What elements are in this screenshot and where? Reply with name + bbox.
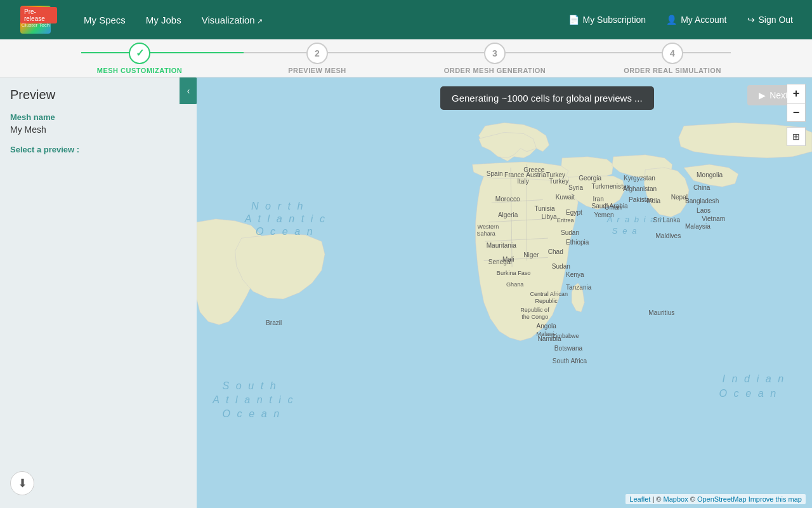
svg-text:the Congo: the Congo (521, 314, 548, 320)
svg-text:Maldives: Maldives (655, 232, 681, 239)
download-icon: ⬇ (18, 476, 27, 490)
signout-icon: ↪ (747, 15, 755, 25)
svg-text:Brazil: Brazil (266, 319, 282, 326)
svg-text:India: India (646, 197, 660, 204)
svg-text:Kyrgyzstan: Kyrgyzstan (624, 175, 655, 182)
svg-text:S e a: S e a (612, 226, 638, 236)
attribution-separator-1: | © (652, 495, 663, 503)
svg-text:Oman: Oman (605, 204, 622, 211)
svg-text:Mauritius: Mauritius (648, 309, 674, 316)
improve-map-link[interactable]: Improve this map (749, 495, 802, 503)
svg-text:Kenya: Kenya (566, 271, 584, 278)
svg-text:Tanzania: Tanzania (566, 284, 592, 291)
leaflet-link[interactable]: Leaflet (629, 495, 650, 503)
zoom-out-button[interactable]: − (787, 103, 806, 122)
select-preview-label: Select a preview : (10, 145, 187, 154)
collapse-panel-button[interactable]: ‹ (180, 77, 197, 104)
svg-text:Republic: Republic (535, 298, 558, 304)
nav-sign-out[interactable]: ↪ Sign Out (738, 11, 802, 29)
svg-text:A t l a n t i c: A t l a n t i c (244, 213, 327, 224)
svg-text:Sri Lanka: Sri Lanka (653, 217, 680, 224)
mesh-name-value: My Mesh (10, 124, 187, 135)
svg-text:Tunisia: Tunisia (534, 205, 555, 212)
svg-text:Zimbabwe: Zimbabwe (553, 333, 579, 339)
svg-text:China: China (693, 184, 710, 191)
account-icon: 👤 (666, 15, 677, 25)
preview-title: Preview (10, 88, 187, 102)
svg-text:Libya: Libya (542, 213, 558, 220)
nav-my-specs[interactable]: My Specs (76, 10, 133, 30)
map-tooltip: Generating ~1000 cells for global previe… (440, 86, 654, 110)
svg-text:I n d i a n: I n d i a n (723, 373, 786, 384)
svg-text:Botswana: Botswana (554, 345, 583, 352)
svg-text:France: France (504, 171, 525, 178)
svg-text:South Africa: South Africa (553, 358, 587, 364)
nav-links: My Specs My Jobs Visualization (76, 10, 560, 30)
svg-text:Malaysia: Malaysia (685, 223, 710, 230)
svg-text:Iran: Iran (593, 196, 603, 203)
svg-text:O c e a n: O c e a n (256, 225, 315, 237)
steps: ✓ MESH CUSTOMIZATION 2 PREVIEW MESH 3 OR… (0, 43, 812, 74)
svg-text:N o r t h: N o r t h (251, 200, 305, 211)
svg-text:Angola: Angola (537, 323, 557, 330)
svg-text:Burkina Faso: Burkina Faso (497, 270, 531, 276)
svg-text:A t l a n t i c: A t l a n t i c (212, 394, 294, 405)
step-2-circle: 2 (306, 43, 328, 64)
step-2: 2 PREVIEW MESH (254, 43, 381, 74)
svg-text:Niger: Niger (523, 251, 539, 258)
svg-text:Sudan: Sudan (561, 229, 579, 236)
svg-text:Greece: Greece (523, 166, 544, 173)
step-3-label: ORDER MESH GENERATION (444, 67, 546, 74)
logo: CPAS Cluster Tech Pre-release (10, 4, 61, 36)
nav-my-subscription[interactable]: 📄 My Subscription (560, 11, 655, 29)
stepper: ✓ MESH CUSTOMIZATION 2 PREVIEW MESH 3 OR… (0, 39, 812, 77)
next-label: Next (769, 90, 788, 100)
step-1-label: MESH CUSTOMIZATION (97, 67, 182, 74)
step-1-circle: ✓ (129, 43, 150, 64)
attribution-separator-2: © (690, 495, 697, 503)
nav-my-account[interactable]: 👤 My Account (657, 11, 735, 29)
osm-link[interactable]: OpenStreetMap (697, 495, 747, 503)
svg-text:Republic of: Republic of (520, 307, 549, 313)
svg-text:Turkey: Turkey (549, 178, 569, 185)
mesh-name-label: Mesh name (10, 112, 187, 122)
svg-text:Malawi: Malawi (537, 331, 554, 337)
zoom-controls: + − ⊞ (787, 84, 806, 146)
svg-text:Senegal: Senegal (488, 258, 512, 265)
nav-visualization[interactable]: Visualization (194, 10, 270, 30)
svg-text:Bangladesh: Bangladesh (685, 197, 719, 204)
nav-right: 📄 My Subscription 👤 My Account ↪ Sign Ou… (560, 11, 802, 29)
layers-icon: ⊞ (792, 131, 800, 142)
layers-button[interactable]: ⊞ (787, 127, 806, 146)
step-4-circle: 4 (662, 43, 683, 64)
step-4: 4 ORDER REAL SIMULATION (609, 43, 736, 74)
svg-text:Mongolia: Mongolia (697, 171, 723, 178)
nav-my-jobs[interactable]: My Jobs (138, 10, 189, 30)
step-2-label: PREVIEW MESH (288, 67, 346, 74)
subscription-label: My Subscription (583, 15, 646, 25)
step-4-label: ORDER REAL SIMULATION (624, 67, 721, 74)
step-1: ✓ MESH CUSTOMIZATION (76, 43, 203, 74)
svg-text:O c e a n: O c e a n (719, 387, 778, 399)
signout-label: Sign Out (759, 15, 793, 25)
map-area[interactable]: ▶ Next (197, 77, 812, 508)
svg-text:Ethiopia: Ethiopia (566, 239, 589, 246)
svg-text:Sudan: Sudan (552, 263, 570, 270)
download-button[interactable]: ⬇ (10, 471, 34, 495)
svg-text:S o u t h: S o u t h (222, 380, 277, 391)
svg-text:Afghanistan: Afghanistan (623, 185, 657, 192)
svg-text:Turkey: Turkey (546, 171, 566, 178)
svg-text:Egypt: Egypt (566, 209, 582, 216)
svg-text:Yemen: Yemen (594, 211, 613, 218)
step-3: 3 ORDER MESH GENERATION (431, 43, 558, 74)
zoom-in-button[interactable]: + (787, 84, 806, 103)
svg-text:Mauritania: Mauritania (487, 242, 517, 249)
left-panel: Preview ‹ Mesh name My Mesh Select a pre… (0, 77, 197, 508)
svg-text:Vietnam: Vietnam (702, 215, 725, 222)
svg-text:Morocco: Morocco (495, 196, 520, 203)
svg-text:Syria: Syria (568, 184, 583, 191)
mapbox-link[interactable]: Mapbox (664, 495, 688, 503)
next-arrow-icon: ▶ (759, 90, 766, 100)
svg-text:Central African: Central African (530, 291, 568, 297)
navbar: CPAS Cluster Tech Pre-release My Specs M… (0, 0, 812, 39)
